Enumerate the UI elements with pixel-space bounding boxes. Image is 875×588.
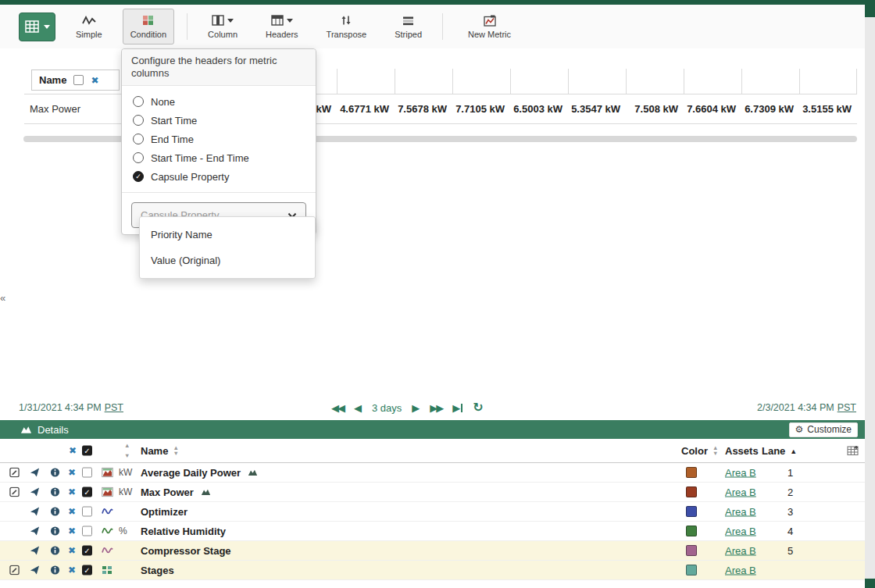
menu-item-value-original[interactable]: Value (Original) (140, 248, 315, 273)
header-option-capsule-property[interactable]: ✓ Capsule Property (133, 167, 305, 186)
toolbar-button-label: Column (208, 30, 238, 39)
header-option-none[interactable]: None (133, 92, 305, 111)
remove-item-icon[interactable]: ✖ (68, 526, 76, 536)
remove-item-icon[interactable]: ✖ (68, 507, 76, 516)
simple-signal-icon (82, 14, 96, 27)
header-option-start-time[interactable]: Start Time (133, 111, 305, 130)
details-row[interactable]: ✖ kW Average Daily Power Area B 1 (0, 463, 865, 483)
toolbar-button-striped[interactable]: Striped (387, 9, 430, 45)
details-row[interactable]: ✖ Optimizer Area B 3 (0, 502, 865, 522)
item-info-icon[interactable] (50, 468, 60, 478)
refresh-icon[interactable]: ↻ (473, 401, 483, 414)
start-timezone-link[interactable]: PST (105, 402, 123, 413)
table-grid-icon (25, 20, 39, 33)
toolbar-button-new-metric[interactable]: New Metric (460, 9, 519, 45)
asset-link[interactable]: Area B (725, 526, 756, 537)
collapse-panel-icon[interactable]: « (0, 292, 9, 304)
headers-config-popover: Configure the headers for metric columns… (121, 48, 316, 235)
color-sort-icon[interactable]: ▲▼ (712, 446, 718, 456)
color-swatch[interactable] (686, 545, 697, 556)
step-back-full-icon[interactable]: ◀◀ (331, 403, 344, 413)
name-sort-icon[interactable]: ▲▼ (173, 446, 178, 456)
lane-sort-asc-icon[interactable]: ▲ (790, 447, 797, 454)
item-checkbox[interactable]: ✓ (82, 487, 92, 497)
asset-link[interactable]: Area B (725, 486, 756, 498)
send-to-trend-icon[interactable] (30, 526, 40, 536)
add-column-icon[interactable] (847, 446, 859, 456)
remove-column-icon[interactable]: ✖ (91, 76, 98, 85)
remove-item-icon[interactable]: ✖ (68, 565, 76, 575)
remove-item-icon[interactable]: ✖ (68, 468, 76, 477)
column-header-name[interactable]: Name ▲▼ (141, 445, 179, 457)
item-info-icon[interactable] (50, 546, 60, 556)
item-info-icon[interactable] (50, 526, 60, 536)
send-to-trend-icon[interactable] (30, 546, 40, 556)
step-forward-full-icon[interactable]: ▶▶ (430, 403, 442, 413)
name-header-checkbox[interactable] (73, 75, 84, 85)
table-view-menu-button[interactable] (19, 12, 55, 41)
radio-selected-icon: ✓ (133, 171, 144, 182)
color-swatch[interactable] (686, 486, 697, 497)
color-swatch[interactable] (686, 526, 697, 536)
details-panel-header: Details ⚙ Customize (0, 420, 865, 439)
item-info-icon[interactable] (50, 507, 60, 517)
customize-button[interactable]: ⚙ Customize (789, 422, 858, 437)
end-timezone-link[interactable]: PST (838, 402, 856, 413)
metric-row-label[interactable]: Max Power (30, 94, 80, 123)
item-checkbox[interactable] (82, 507, 92, 517)
metric-column-header (684, 69, 741, 94)
remove-item-icon[interactable]: ✖ (68, 487, 76, 497)
asset-link[interactable]: Area B (725, 565, 756, 576)
sort-selected-icon[interactable]: ▲▼ (124, 444, 130, 458)
edit-metric-icon[interactable] (9, 487, 20, 497)
option-label: Start Time (151, 115, 197, 127)
header-option-start-end-time[interactable]: Start Time - End Time (133, 148, 305, 167)
send-to-trend-icon[interactable] (30, 565, 40, 576)
item-info-icon[interactable] (50, 565, 60, 576)
step-forward-half-icon[interactable]: ▶ (412, 403, 420, 413)
send-to-trend-icon[interactable] (30, 468, 40, 478)
toolbar-button-transpose[interactable]: Transpose (319, 9, 375, 45)
edit-metric-icon[interactable] (9, 468, 20, 478)
color-swatch[interactable] (686, 467, 697, 478)
menu-item-priority-name[interactable]: Priority Name (140, 222, 315, 248)
select-all-checkbox[interactable]: ✓ (82, 446, 92, 456)
color-swatch[interactable] (686, 565, 697, 576)
column-header-lane[interactable]: Lane ▲ (762, 445, 797, 457)
remove-item-icon[interactable]: ✖ (68, 546, 76, 555)
remove-all-icon[interactable]: ✖ (69, 446, 77, 455)
edit-condition-icon[interactable] (9, 565, 20, 576)
item-name-cell: Average Daily Power (141, 467, 258, 479)
name-column-header[interactable]: Name ✖ (31, 69, 120, 91)
option-label: Capsule Property (151, 171, 229, 183)
color-swatch[interactable] (686, 506, 697, 517)
details-row[interactable]: ✖ ✓ Stages Area B (0, 561, 865, 580)
column-header-color[interactable]: Color ▲▼ (681, 445, 718, 457)
asset-link[interactable]: Area B (725, 467, 756, 479)
item-checkbox[interactable] (82, 526, 92, 536)
toolbar-button-column[interactable]: Column (200, 9, 245, 45)
toolbar-button-condition[interactable]: Condition (123, 9, 174, 45)
item-checkbox[interactable]: ✓ (82, 546, 92, 556)
signal-icon (102, 508, 113, 516)
header-option-end-time[interactable]: End Time (133, 130, 305, 148)
asset-link[interactable]: Area B (725, 545, 756, 557)
go-to-now-icon[interactable]: ▶ (452, 403, 462, 413)
details-row[interactable]: ✖ % Relative Humidity Area B 4 (0, 522, 865, 541)
item-checkbox[interactable] (82, 468, 92, 478)
asset-link[interactable]: Area B (725, 506, 756, 518)
details-row[interactable]: ✖ ✓ Compressor Stage Area B 5 (0, 541, 865, 561)
toolbar-button-simple[interactable]: Simple (68, 9, 110, 45)
radio-unselected-icon (133, 152, 144, 163)
send-to-trend-icon[interactable] (30, 507, 40, 517)
toolbar-button-headers[interactable]: Headers (258, 9, 306, 45)
step-back-half-icon[interactable]: ◀ (354, 403, 362, 413)
details-row[interactable]: ✖ ✓ kW Max Power Area B 2 (0, 483, 865, 502)
duration-label[interactable]: 3 days (372, 402, 402, 414)
column-header-assets[interactable]: Assets (725, 445, 759, 457)
item-info-icon[interactable] (50, 487, 60, 497)
item-checkbox[interactable]: ✓ (82, 565, 92, 576)
item-name-cell: Stages (141, 565, 174, 576)
send-to-trend-icon[interactable] (30, 487, 40, 497)
display-range-start: 1/31/2021 4:34 PMPST (19, 402, 123, 413)
